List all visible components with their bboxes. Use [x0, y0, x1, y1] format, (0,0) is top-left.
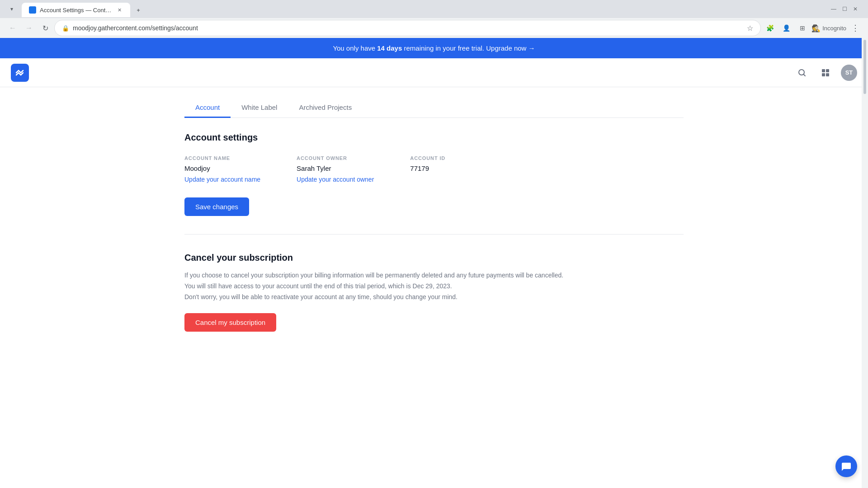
- svg-rect-5: [826, 73, 829, 76]
- tab-overflow-btn[interactable]: ▾: [5, 3, 18, 15]
- browser-titlebar: ▾ Account Settings — Content W ✕ + — ☐ ✕: [0, 0, 868, 18]
- search-icon: [797, 68, 807, 77]
- tab-favicon-icon: [29, 6, 36, 14]
- header-actions: ST: [794, 65, 857, 81]
- account-name-value: Moodjoy: [184, 164, 260, 172]
- account-settings-title: Account settings: [184, 132, 684, 143]
- tabs-container: Account White Label Archived Projects: [184, 87, 684, 118]
- window-controls: — ☐ ✕: [830, 5, 859, 13]
- account-owner-label: ACCOUNT OWNER: [297, 155, 374, 161]
- account-fields: ACCOUNT NAME Moodjoy Update your account…: [184, 155, 684, 183]
- grid-icon: [821, 68, 830, 77]
- main-content: Account White Label Archived Projects Ac…: [163, 87, 705, 332]
- account-owner-group: ACCOUNT OWNER Sarah Tyler Update your ac…: [297, 155, 374, 183]
- account-id-value: 77179: [410, 164, 445, 172]
- account-name-label: ACCOUNT NAME: [184, 155, 260, 161]
- minimize-btn[interactable]: —: [830, 5, 837, 13]
- cancel-description: If you choose to cancel your subscriptio…: [184, 270, 684, 302]
- address-bar[interactable]: 🔒 moodjoy.gathercontent.com/settings/acc…: [54, 20, 761, 36]
- extensions-btn[interactable]: 🧩: [763, 21, 777, 35]
- incognito-badge: 🕵 Incognito: [811, 24, 846, 33]
- svg-rect-2: [822, 69, 825, 72]
- tab-title: Account Settings — Content W: [40, 7, 112, 14]
- forward-btn[interactable]: →: [22, 21, 36, 35]
- cancel-desc-line3: Don't worry, you will be able to reactiv…: [184, 292, 684, 303]
- update-account-owner-link[interactable]: Update your account owner: [297, 176, 374, 183]
- incognito-icon: 🕵: [811, 24, 821, 33]
- cancel-desc-line2: You will still have access to your accou…: [184, 281, 684, 292]
- split-view-btn[interactable]: ⊞: [795, 21, 810, 35]
- save-changes-btn[interactable]: Save changes: [184, 197, 249, 216]
- tab-archived-projects[interactable]: Archived Projects: [288, 98, 363, 118]
- trial-banner-prefix: You only have: [333, 44, 377, 52]
- cancel-subscription-title: Cancel your subscription: [184, 253, 684, 263]
- toolbar-right: 🧩 👤 ⊞ 🕵 Incognito ⋮: [763, 21, 863, 35]
- svg-rect-4: [822, 73, 825, 76]
- back-btn[interactable]: ←: [5, 21, 20, 35]
- trial-banner-days: 14 days: [377, 44, 402, 52]
- incognito-label: Incognito: [822, 25, 846, 32]
- svg-rect-3: [826, 69, 829, 72]
- scrollbar-thumb[interactable]: [863, 40, 866, 94]
- browser-toolbar: ← → ↻ 🔒 moodjoy.gathercontent.com/settin…: [0, 18, 868, 38]
- profile-btn[interactable]: 👤: [779, 21, 793, 35]
- url-text: moodjoy.gathercontent.com/settings/accou…: [73, 24, 743, 32]
- svg-line-1: [804, 74, 806, 76]
- browser-tabs: Account Settings — Content W ✕ +: [22, 1, 146, 17]
- star-icon[interactable]: ☆: [747, 24, 753, 33]
- search-btn[interactable]: [794, 65, 810, 81]
- update-account-name-link[interactable]: Update your account name: [184, 176, 260, 183]
- grid-btn[interactable]: [817, 65, 834, 81]
- app-logo[interactable]: [11, 64, 29, 82]
- logo-icon: [14, 67, 25, 78]
- tab-account[interactable]: Account: [184, 98, 231, 118]
- account-name-group: ACCOUNT NAME Moodjoy Update your account…: [184, 155, 260, 183]
- active-tab[interactable]: Account Settings — Content W ✕: [22, 3, 130, 17]
- close-btn[interactable]: ✕: [852, 5, 859, 13]
- trial-banner: You only have 14 days remaining in your …: [0, 38, 868, 58]
- tab-white-label[interactable]: White Label: [231, 98, 288, 118]
- account-id-group: ACCOUNT ID 77179: [410, 155, 445, 183]
- lock-icon: 🔒: [62, 25, 69, 32]
- cancel-desc-line1: If you choose to cancel your subscriptio…: [184, 270, 684, 281]
- app-header: ST: [0, 58, 868, 87]
- menu-btn[interactable]: ⋮: [848, 21, 863, 35]
- account-id-label: ACCOUNT ID: [410, 155, 445, 161]
- cancel-subscription-btn[interactable]: Cancel my subscription: [184, 313, 276, 332]
- browser-chrome: ▾ Account Settings — Content W ✕ + — ☐ ✕…: [0, 0, 868, 38]
- new-tab-btn[interactable]: +: [131, 3, 146, 17]
- trial-banner-suffix: remaining in your free trial. Upgrade no…: [402, 44, 535, 52]
- avatar[interactable]: ST: [841, 65, 857, 81]
- account-owner-value: Sarah Tyler: [297, 164, 374, 172]
- section-divider: [184, 234, 684, 235]
- tab-close-btn[interactable]: ✕: [116, 6, 123, 14]
- scrollbar[interactable]: [862, 38, 868, 332]
- maximize-btn[interactable]: ☐: [841, 5, 848, 13]
- refresh-btn[interactable]: ↻: [38, 21, 52, 35]
